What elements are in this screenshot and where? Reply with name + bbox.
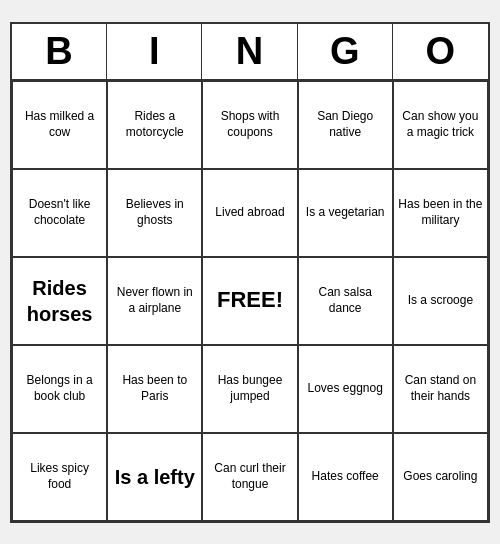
bingo-letter-g: G bbox=[298, 24, 393, 79]
bingo-cell-15[interactable]: Belongs in a book club bbox=[12, 345, 107, 433]
bingo-letter-b: B bbox=[12, 24, 107, 79]
bingo-cell-21[interactable]: Is a lefty bbox=[107, 433, 202, 521]
bingo-cell-5[interactable]: Doesn't like chocolate bbox=[12, 169, 107, 257]
bingo-letter-n: N bbox=[202, 24, 297, 79]
bingo-cell-1[interactable]: Rides a motorcycle bbox=[107, 81, 202, 169]
bingo-cell-20[interactable]: Likes spicy food bbox=[12, 433, 107, 521]
bingo-cell-0[interactable]: Has milked a cow bbox=[12, 81, 107, 169]
bingo-cell-9[interactable]: Has been in the military bbox=[393, 169, 488, 257]
bingo-cell-8[interactable]: Is a vegetarian bbox=[298, 169, 393, 257]
bingo-cell-3[interactable]: San Diego native bbox=[298, 81, 393, 169]
bingo-cell-24[interactable]: Goes caroling bbox=[393, 433, 488, 521]
bingo-letter-o: O bbox=[393, 24, 488, 79]
bingo-cell-23[interactable]: Hates coffee bbox=[298, 433, 393, 521]
bingo-cell-13[interactable]: Can salsa dance bbox=[298, 257, 393, 345]
bingo-cell-10[interactable]: Rides horses bbox=[12, 257, 107, 345]
bingo-cell-16[interactable]: Has been to Paris bbox=[107, 345, 202, 433]
bingo-cell-22[interactable]: Can curl their tongue bbox=[202, 433, 297, 521]
free-space[interactable]: FREE! bbox=[202, 257, 297, 345]
bingo-cell-11[interactable]: Never flown in a airplane bbox=[107, 257, 202, 345]
bingo-cell-14[interactable]: Is a scrooge bbox=[393, 257, 488, 345]
bingo-cell-17[interactable]: Has bungee jumped bbox=[202, 345, 297, 433]
bingo-header: BINGO bbox=[12, 24, 488, 81]
bingo-cell-4[interactable]: Can show you a magic trick bbox=[393, 81, 488, 169]
bingo-grid: Has milked a cowRides a motorcycleShops … bbox=[12, 81, 488, 521]
bingo-cell-7[interactable]: Lived abroad bbox=[202, 169, 297, 257]
bingo-card: BINGO Has milked a cowRides a motorcycle… bbox=[10, 22, 490, 523]
bingo-cell-18[interactable]: Loves eggnog bbox=[298, 345, 393, 433]
bingo-cell-19[interactable]: Can stand on their hands bbox=[393, 345, 488, 433]
bingo-cell-2[interactable]: Shops with coupons bbox=[202, 81, 297, 169]
bingo-cell-6[interactable]: Believes in ghosts bbox=[107, 169, 202, 257]
bingo-letter-i: I bbox=[107, 24, 202, 79]
